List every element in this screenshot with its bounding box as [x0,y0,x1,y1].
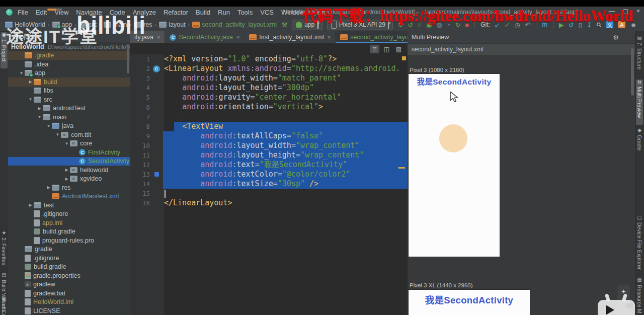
menu-refactor[interactable]: Refactor [164,9,188,16]
code-line-5[interactable]: 5 android:gravity="center_horizontal" [130,93,408,102]
device-preview-pixel3xl[interactable]: 我是SecondActivity [409,290,530,315]
tool-button-resource-m[interactable]: ▦Resource M [636,278,643,315]
tool-button-device-file-explorer[interactable]: ▢Device File Explorer [636,215,643,271]
tree-row-gradlew[interactable]: ▸gradlew [8,280,130,289]
folderx-icon [34,79,41,85]
tree-row-java[interactable]: ▼java [8,122,130,131]
recording-scrub-artifact [47,9,62,11]
tree-row-build-gradle[interactable]: build.gradle [8,263,130,272]
breadcrumb-item[interactable]: layout [159,21,185,28]
tree-row-core[interactable]: ▼core [8,139,130,148]
tree-row-androidTest[interactable]: ▶androidTest [8,104,130,113]
tree-row-HelloWorld-iml[interactable]: HelloWorld.iml [8,298,130,307]
expand-arrow-icon[interactable]: ▶ [27,203,34,207]
tree-row-main[interactable]: ▼main [8,113,130,122]
code-line-13[interactable]: 13 android:textColor="@color/color2" [130,170,408,179]
expand-arrow-icon[interactable]: ▼ [36,115,43,119]
tree-row-SecondActivity[interactable]: CSecondActivity [8,157,130,166]
tool-button-2-favorites[interactable]: ★2: Favorites [1,230,8,271]
code-line-10[interactable]: 10 android:layout_width="wrap_content" [130,141,408,150]
project-scrollbar[interactable] [127,44,129,73]
tree-row--gitignore[interactable]: .gitignore [8,210,130,219]
tree-row--idea[interactable]: .idea [8,60,130,69]
code-line-16[interactable]: 16</LinearLayout> [130,198,408,208]
file-icon [25,255,31,262]
hide-panel-icon[interactable]: — [626,35,631,40]
folder-icon [25,246,32,252]
tree-row--gitignore[interactable]: .gitignore [8,254,130,263]
code-view-icon[interactable]: ≣ [370,45,379,53]
code-line-2[interactable]: 2C<LinearLayout xmlns:android="http://sc… [130,64,408,73]
menu-run[interactable]: Run [218,9,230,16]
zoom-ratio-label[interactable]: 1:1 [626,303,633,308]
design-view-icon[interactable]: ▨ [394,45,404,53]
tree-row-build[interactable]: ▶build [8,77,130,87]
build-hammer-icon[interactable]: ⚒ [281,22,287,28]
expand-arrow-icon[interactable]: ▼ [54,132,61,137]
expand-arrow-icon[interactable]: ▶ [45,185,52,190]
menu-tools[interactable]: Tools [237,9,253,16]
code-line-15[interactable]: 15 [130,189,408,198]
expand-arrow-icon[interactable]: ▶ [27,80,34,84]
device-label-pixel3xl: Pixel 3 XL (1440 x 2960) [410,282,473,288]
tree-row-AndroidManifest-xml[interactable]: AndroidManifest.xml [8,192,130,201]
tree-row-com-ttit[interactable]: ▼com.ttit [8,130,130,139]
code-line-6[interactable]: 6 android:orientation="vertical"> [130,102,408,112]
code-editor[interactable]: ≣◫▨ 1<?xml version="1.0" encoding="utf-8… [130,43,408,315]
expand-arrow-icon[interactable]: ▼ [27,97,34,102]
tree-row-app[interactable]: ▼app [8,69,130,78]
preview-scrollbar[interactable] [631,48,634,96]
tree-row-helloworld[interactable]: ▶helloworld [8,166,130,175]
code-line-1[interactable]: 1<?xml version="1.0" encoding="utf-8"?> [130,54,408,64]
close-tab-icon[interactable]: × [328,34,331,40]
expand-arrow-icon[interactable]: ▶ [63,168,70,172]
expand-arrow-icon[interactable]: ▶ [63,177,70,181]
code-area[interactable]: 1<?xml version="1.0" encoding="utf-8"?>2… [130,54,408,208]
code-line-9[interactable]: 9 android:textAllCaps="false" [130,131,408,141]
tree-row-res[interactable]: ▶res [8,183,130,192]
code-line-14[interactable]: 14 android:textSize="30sp" /> [130,179,408,189]
expand-arrow-icon[interactable]: ▼ [45,124,52,128]
tree-row-test[interactable]: ▶test [8,201,130,210]
code-text: android:text="我是SecondActivity" [163,160,408,170]
code-line-4[interactable]: 4 android:layout_height="300dp" [130,83,408,93]
breadcrumb-item[interactable]: second_activity_layout.xml [192,21,277,28]
tree-row-gradle-properties[interactable]: gradle.properties [8,271,130,280]
expand-arrow-icon[interactable]: ▼ [63,141,70,146]
gear-icon[interactable]: ⚙ [613,34,619,41]
tool-button-ut-captures[interactable]: ▣ut Captures [1,297,8,315]
tree-row-gradlew-bat[interactable]: gradlew.bat [8,289,130,298]
code-text: android:orientation="vertical"> [163,102,408,112]
tree-row-LICENSE[interactable]: LICENSE [8,306,130,315]
menu-build[interactable]: Build [196,9,210,16]
menu-file[interactable]: File [18,9,28,16]
code-line-3[interactable]: 3 android:layout_width="match_parent" [130,73,408,83]
tree-row-build-gradle[interactable]: build.gradle [8,227,130,237]
menu-edit[interactable]: Edit [36,9,47,16]
tree-row--gradle[interactable]: .gradle [8,51,130,60]
tree-row-FirstActivity[interactable]: CFirstActivity [8,148,130,157]
code-line-11[interactable]: 11 android:layout_height="wrap_content" [130,150,408,160]
tab-SecondActivity-java[interactable]: CSecondActivity.java× [165,31,245,43]
tree-row-libs[interactable]: libs [8,87,130,96]
code-line-8[interactable]: 8 <TextView [130,122,408,131]
code-line-12[interactable]: 12 android:text="我是SecondActivity" [130,160,408,170]
tool-button-multi-preview[interactable]: ⧉Multi Preview [636,80,643,125]
expand-arrow-icon[interactable]: ▶ [36,106,43,111]
tab-first_activity_layout-xml[interactable]: first_activity_layout.xml× [245,31,336,43]
tree-row-proguard-rules-pro[interactable]: proguard-rules.pro [8,236,130,245]
menu-vcs[interactable]: VCS [260,9,274,16]
tool-button-7-structure[interactable]: ▤7: Structure [636,35,643,73]
split-view-icon[interactable]: ◫ [382,45,391,53]
tree-row-src[interactable]: ▼src [8,95,130,104]
tree-row-app-iml[interactable]: app.iml [8,218,130,227]
close-tab-icon[interactable]: × [236,34,239,40]
tab-second_activity_layout-xml[interactable]: second_activity_layout.xml [336,31,408,43]
close-tab-icon[interactable]: × [157,34,160,40]
close-button[interactable]: × [636,8,640,15]
expand-arrow-icon[interactable]: ▼ [18,71,25,75]
tree-row-gradle[interactable]: gradle [8,245,130,254]
code-line-7[interactable]: 7 [130,112,408,122]
tool-button-gradle[interactable]: ◆Gradle [636,128,643,156]
tree-row-xgvideo[interactable]: ▶xgvideo [8,175,130,184]
